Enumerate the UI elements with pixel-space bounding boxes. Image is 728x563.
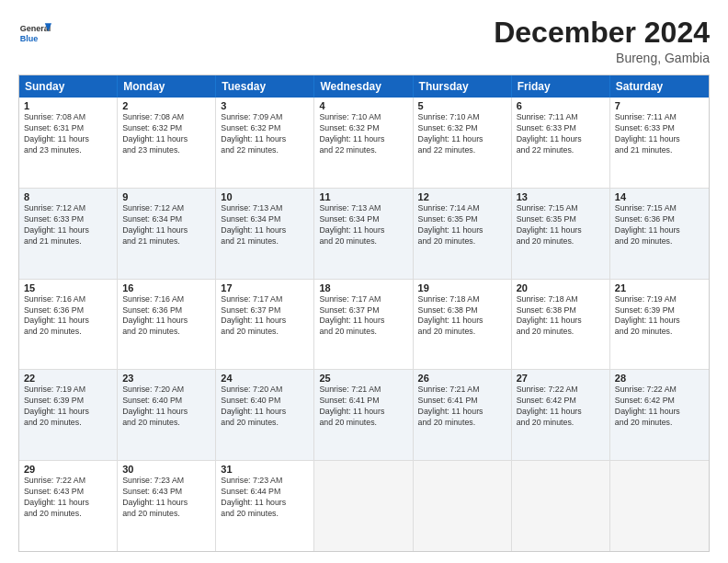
cell-info: Sunrise: 7:20 AMSunset: 6:40 PMDaylight:… (122, 385, 210, 429)
day-number: 25 (319, 373, 407, 384)
calendar-body: 1Sunrise: 7:08 AMSunset: 6:31 PMDaylight… (19, 98, 709, 551)
calendar-cell-26: 26Sunrise: 7:21 AMSunset: 6:41 PMDayligh… (414, 370, 512, 460)
cell-info: Sunrise: 7:14 AMSunset: 6:35 PMDaylight:… (418, 203, 506, 247)
calendar-row-1: 1Sunrise: 7:08 AMSunset: 6:31 PMDaylight… (19, 98, 709, 188)
calendar-cell-4: 4Sunrise: 7:10 AMSunset: 6:32 PMDaylight… (314, 98, 413, 188)
day-number: 17 (221, 282, 309, 293)
calendar-cell-18: 18Sunrise: 7:17 AMSunset: 6:37 PMDayligh… (314, 280, 413, 370)
day-number: 5 (418, 100, 506, 111)
cell-info: Sunrise: 7:19 AMSunset: 6:39 PMDaylight:… (24, 385, 112, 429)
header-day-sunday: Sunday (19, 75, 118, 98)
cell-info: Sunrise: 7:18 AMSunset: 6:38 PMDaylight:… (418, 294, 506, 339)
calendar-cell-24: 24Sunrise: 7:20 AMSunset: 6:40 PMDayligh… (216, 370, 314, 460)
header-day-tuesday: Tuesday (216, 75, 314, 98)
calendar-cell-30: 30Sunrise: 7:23 AMSunset: 6:43 PMDayligh… (118, 461, 216, 551)
day-number: 8 (24, 191, 112, 202)
day-number: 6 (517, 100, 605, 111)
calendar-cell-7: 7Sunrise: 7:11 AMSunset: 6:33 PMDaylight… (610, 98, 709, 188)
day-number: 7 (615, 100, 704, 111)
day-number: 28 (615, 373, 704, 384)
cell-info: Sunrise: 7:13 AMSunset: 6:34 PMDaylight:… (221, 203, 309, 247)
calendar-page: General Blue December 2024 Bureng, Gambi… (0, 0, 728, 563)
day-number: 1 (24, 100, 112, 111)
day-number: 16 (122, 282, 210, 293)
month-title: December 2024 (494, 17, 710, 49)
day-number: 9 (122, 191, 210, 202)
calendar-cell-21: 21Sunrise: 7:19 AMSunset: 6:39 PMDayligh… (610, 280, 709, 370)
cell-info: Sunrise: 7:22 AMSunset: 6:42 PMDaylight:… (517, 385, 605, 429)
cell-info: Sunrise: 7:10 AMSunset: 6:32 PMDaylight:… (319, 112, 407, 156)
calendar-cell-23: 23Sunrise: 7:20 AMSunset: 6:40 PMDayligh… (118, 370, 216, 460)
day-number: 13 (517, 191, 605, 202)
day-number: 18 (319, 282, 407, 293)
calendar-cell-12: 12Sunrise: 7:14 AMSunset: 6:35 PMDayligh… (414, 189, 512, 279)
calendar-row-4: 22Sunrise: 7:19 AMSunset: 6:39 PMDayligh… (19, 369, 709, 460)
calendar-row-5: 29Sunrise: 7:22 AMSunset: 6:43 PMDayligh… (19, 460, 709, 551)
day-number: 22 (24, 373, 112, 384)
day-number: 15 (24, 282, 112, 293)
calendar-cell-2: 2Sunrise: 7:08 AMSunset: 6:32 PMDaylight… (118, 98, 216, 188)
cell-info: Sunrise: 7:23 AMSunset: 6:43 PMDaylight:… (122, 476, 210, 520)
calendar: SundayMondayTuesdayWednesdayThursdayFrid… (18, 75, 710, 552)
day-number: 26 (418, 373, 506, 384)
calendar-cell-5: 5Sunrise: 7:10 AMSunset: 6:32 PMDaylight… (414, 98, 512, 188)
cell-info: Sunrise: 7:17 AMSunset: 6:37 PMDaylight:… (221, 294, 309, 339)
day-number: 11 (319, 191, 407, 202)
day-number: 27 (517, 373, 605, 384)
calendar-row-3: 15Sunrise: 7:16 AMSunset: 6:36 PMDayligh… (19, 279, 709, 370)
calendar-cell-17: 17Sunrise: 7:17 AMSunset: 6:37 PMDayligh… (216, 280, 314, 370)
cell-info: Sunrise: 7:16 AMSunset: 6:36 PMDaylight:… (24, 294, 112, 339)
day-number: 19 (418, 282, 506, 293)
calendar-cell-empty (610, 461, 709, 551)
page-header: General Blue December 2024 Bureng, Gambi… (18, 17, 710, 65)
location: Bureng, Gambia (494, 51, 710, 65)
calendar-cell-31: 31Sunrise: 7:23 AMSunset: 6:44 PMDayligh… (216, 461, 314, 551)
calendar-cell-27: 27Sunrise: 7:22 AMSunset: 6:42 PMDayligh… (512, 370, 610, 460)
cell-info: Sunrise: 7:08 AMSunset: 6:32 PMDaylight:… (122, 112, 210, 156)
cell-info: Sunrise: 7:19 AMSunset: 6:39 PMDaylight:… (615, 294, 704, 339)
calendar-cell-8: 8Sunrise: 7:12 AMSunset: 6:33 PMDaylight… (19, 189, 118, 279)
header-day-saturday: Saturday (610, 75, 709, 98)
cell-info: Sunrise: 7:11 AMSunset: 6:33 PMDaylight:… (517, 112, 605, 156)
calendar-row-2: 8Sunrise: 7:12 AMSunset: 6:33 PMDaylight… (19, 188, 709, 279)
day-number: 4 (319, 100, 407, 111)
calendar-cell-empty (414, 461, 512, 551)
header-day-thursday: Thursday (414, 75, 512, 98)
calendar-cell-1: 1Sunrise: 7:08 AMSunset: 6:31 PMDaylight… (19, 98, 118, 188)
calendar-cell-3: 3Sunrise: 7:09 AMSunset: 6:32 PMDaylight… (216, 98, 314, 188)
cell-info: Sunrise: 7:16 AMSunset: 6:36 PMDaylight:… (122, 294, 210, 339)
title-block: December 2024 Bureng, Gambia (494, 17, 710, 65)
day-number: 31 (221, 464, 309, 475)
day-number: 29 (24, 464, 112, 475)
calendar-cell-13: 13Sunrise: 7:15 AMSunset: 6:35 PMDayligh… (512, 189, 610, 279)
day-number: 3 (221, 100, 309, 111)
calendar-cell-25: 25Sunrise: 7:21 AMSunset: 6:41 PMDayligh… (314, 370, 413, 460)
calendar-header: SundayMondayTuesdayWednesdayThursdayFrid… (19, 75, 709, 98)
calendar-cell-28: 28Sunrise: 7:22 AMSunset: 6:42 PMDayligh… (610, 370, 709, 460)
cell-info: Sunrise: 7:08 AMSunset: 6:31 PMDaylight:… (24, 112, 112, 156)
cell-info: Sunrise: 7:12 AMSunset: 6:34 PMDaylight:… (122, 203, 210, 247)
logo-icon: General Blue (18, 17, 51, 50)
calendar-cell-6: 6Sunrise: 7:11 AMSunset: 6:33 PMDaylight… (512, 98, 610, 188)
calendar-cell-9: 9Sunrise: 7:12 AMSunset: 6:34 PMDaylight… (118, 189, 216, 279)
calendar-cell-empty (512, 461, 610, 551)
day-number: 30 (122, 464, 210, 475)
header-day-wednesday: Wednesday (314, 75, 413, 98)
cell-info: Sunrise: 7:18 AMSunset: 6:38 PMDaylight:… (517, 294, 605, 339)
cell-info: Sunrise: 7:09 AMSunset: 6:32 PMDaylight:… (221, 112, 309, 156)
cell-info: Sunrise: 7:23 AMSunset: 6:44 PMDaylight:… (221, 476, 309, 520)
calendar-cell-19: 19Sunrise: 7:18 AMSunset: 6:38 PMDayligh… (414, 280, 512, 370)
calendar-cell-29: 29Sunrise: 7:22 AMSunset: 6:43 PMDayligh… (19, 461, 118, 551)
calendar-cell-15: 15Sunrise: 7:16 AMSunset: 6:36 PMDayligh… (19, 280, 118, 370)
day-number: 12 (418, 191, 506, 202)
calendar-cell-10: 10Sunrise: 7:13 AMSunset: 6:34 PMDayligh… (216, 189, 314, 279)
header-day-monday: Monday (118, 75, 216, 98)
calendar-cell-empty (314, 461, 413, 551)
calendar-cell-14: 14Sunrise: 7:15 AMSunset: 6:36 PMDayligh… (610, 189, 709, 279)
cell-info: Sunrise: 7:17 AMSunset: 6:37 PMDaylight:… (319, 294, 407, 339)
calendar-cell-11: 11Sunrise: 7:13 AMSunset: 6:34 PMDayligh… (314, 189, 413, 279)
day-number: 20 (517, 282, 605, 293)
day-number: 10 (221, 191, 309, 202)
calendar-cell-16: 16Sunrise: 7:16 AMSunset: 6:36 PMDayligh… (118, 280, 216, 370)
day-number: 21 (615, 282, 704, 293)
